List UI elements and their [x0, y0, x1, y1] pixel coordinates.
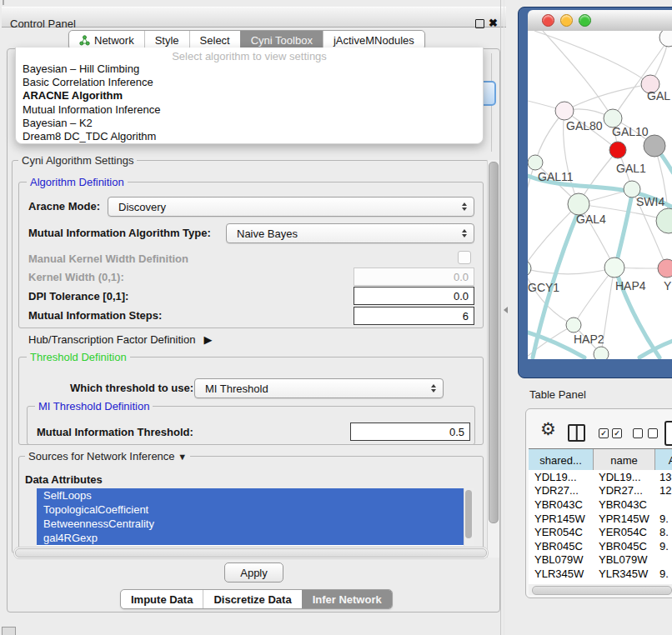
mi-threshold-field[interactable]: 0.5 — [350, 422, 470, 441]
network-edge-highlighted[interactable] — [615, 194, 632, 268]
network-edge[interactable] — [528, 268, 614, 274]
network-node-salmon[interactable] — [658, 259, 672, 278]
table-row[interactable]: YBL079WYBL079W — [529, 553, 672, 568]
column-header-a[interactable]: A — [655, 449, 672, 471]
table-hscrollbar-thumb[interactable] — [532, 586, 672, 595]
algorithm-option-mutual-information-inference[interactable]: Mutual Information Inference — [20, 103, 479, 117]
network-node-hap4[interactable] — [604, 258, 624, 278]
apply-button[interactable]: Apply — [224, 562, 283, 582]
network-icon — [79, 35, 90, 46]
float-window-icon[interactable] — [475, 19, 484, 28]
tab-impute-data[interactable]: Impute Data — [121, 590, 203, 608]
network-edge[interactable] — [613, 39, 669, 118]
network-window-titlebar[interactable] — [528, 10, 672, 32]
network-node-hap2[interactable] — [566, 318, 581, 332]
network-edge[interactable] — [574, 268, 614, 325]
table-header-row: shared...nameA — [529, 448, 672, 472]
attributes-scrollbar-thumb[interactable] — [465, 490, 472, 538]
algorithm-option-aracne-algorithm[interactable]: ARACNE Algorithm — [20, 89, 479, 102]
aracne-mode-combo[interactable]: Discovery — [108, 197, 474, 217]
network-edge[interactable] — [534, 31, 650, 84]
table-row[interactable]: YLR345WYLR345W9. — [529, 567, 672, 581]
window-grip-icon[interactable] — [2, 627, 16, 635]
table-cell: 9. — [654, 540, 672, 552]
dpi-tolerance-label: DPI Tolerance [0,1]: — [28, 290, 128, 302]
tab-label: Impute Data — [131, 593, 193, 606]
tab-label: jActiveMNodules — [333, 34, 414, 47]
attribute-item-gal4rgexp[interactable]: gal4RGexp — [37, 531, 464, 545]
table-cell: 8. — [654, 526, 672, 538]
table-cell: YBL079W — [593, 553, 654, 566]
table-row[interactable]: YPR145WYPR145W9. — [529, 512, 672, 526]
table-cell: YLR345W — [529, 568, 593, 580]
kernel-width-field: 0.0 — [354, 268, 474, 286]
checked-checkbox-icon[interactable]: ✓ — [599, 428, 609, 438]
table-row[interactable]: YBR045CYBR045C9. — [529, 539, 672, 553]
minimize-window-icon[interactable] — [560, 14, 573, 27]
tab-infer-network[interactable]: Infer Network — [302, 590, 392, 608]
network-node-unlabeled-bottom[interactable] — [594, 347, 609, 359]
dropdown-prompt: Select algorithm to view settings — [16, 50, 483, 62]
network-edge[interactable] — [564, 84, 650, 111]
tab-cyni-toolbox[interactable]: Cyni Toolbox — [240, 31, 323, 49]
splitter-collapse-icon[interactable] — [504, 307, 508, 313]
unchecked-checkbox-icon[interactable] — [648, 428, 658, 438]
panel-splitter[interactable] — [500, 0, 504, 635]
attribute-item-betweennesscentrality[interactable]: BetweennessCentrality — [37, 517, 464, 531]
mi-steps-field[interactable]: 6 — [354, 307, 474, 325]
algorithm-option-dream8-dc-tdc-algorithm[interactable]: Dream8 DC_TDC Algorithm — [20, 130, 479, 143]
collapse-down-icon[interactable]: ▼ — [178, 452, 187, 462]
settings-hscrollbar-thumb[interactable] — [15, 548, 487, 558]
zoom-window-icon[interactable] — [579, 14, 591, 27]
network-edge[interactable] — [528, 204, 579, 268]
dpi-tolerance-field[interactable]: 0.0 — [354, 287, 474, 305]
mi-type-combo[interactable]: Naive Bayes — [226, 223, 474, 243]
network-node-gal11[interactable] — [528, 155, 543, 170]
network-node-gal1[interactable] — [609, 142, 626, 158]
which-threshold-combo[interactable]: MI Threshold — [194, 378, 444, 398]
network-node-gal80[interactable] — [555, 102, 574, 120]
tab-select[interactable]: Select — [189, 31, 240, 49]
network-canvas[interactable]: GALGAL80GAL10GAL1GAL11SWI4GAL4GCY1HAP4YH… — [528, 31, 672, 359]
network-node-big-right[interactable] — [656, 208, 672, 233]
table-cell: 9. — [654, 568, 672, 580]
table-cell: YBR045C — [593, 540, 654, 552]
threshold-definition-title: Threshold Definition — [27, 351, 130, 363]
algorithm-dropdown-popup: Select algorithm to view settings Bayesi… — [15, 48, 484, 144]
column-header-shared[interactable]: shared... — [529, 449, 594, 471]
network-canvas-svg: GALGAL80GAL10GAL1GAL11SWI4GAL4GCY1HAP4YH… — [528, 31, 672, 359]
unchecked-checkbox-icon[interactable] — [633, 428, 643, 438]
network-edge[interactable] — [543, 31, 613, 118]
algorithm-option-bayesian-k2[interactable]: Bayesian – K2 — [20, 117, 479, 130]
table-row[interactable]: YBR043CYBR043C — [529, 498, 672, 512]
clipped-toolbar-icon[interactable] — [664, 421, 672, 446]
network-node-gcy1[interactable] — [528, 260, 531, 277]
tab-style[interactable]: Style — [144, 31, 189, 49]
tab-network[interactable]: Network — [69, 31, 144, 49]
table-cell: YLR345W — [593, 568, 654, 580]
table-body: YDL19...YDL19...13YDR27...YDR27...12YBR0… — [529, 470, 672, 584]
hub-section-toggle[interactable]: Hub/Transcription Factor Definition▶ — [28, 333, 212, 346]
table-row[interactable]: YDL19...YDL19...13 — [529, 470, 672, 484]
settings-vscrollbar-thumb[interactable] — [489, 162, 499, 523]
tab-label: Infer Network — [313, 593, 382, 606]
tab-jactivemnodules[interactable]: jActiveMNodules — [323, 31, 424, 49]
tab-discretize-data[interactable]: Discretize Data — [203, 590, 301, 608]
algorithm-option-basic-correlation-inference[interactable]: Basic Correlation Inference — [20, 76, 479, 89]
gear-icon[interactable]: ⚙ — [540, 420, 556, 438]
table-row[interactable]: YDR27...YDR27...12 — [529, 484, 672, 498]
column-header-name[interactable]: name — [594, 449, 655, 471]
window-edge-notch — [3, 0, 4, 5]
algorithm-definition-title: Algorithm Definition — [27, 176, 128, 188]
algorithm-option-bayesian-hill-climbing[interactable]: Bayesian – Hill Climbing — [20, 62, 479, 76]
checked-checkbox-icon[interactable]: ✓ — [612, 428, 622, 438]
manual-kernel-checkbox[interactable] — [458, 251, 471, 264]
table-row[interactable]: YER054CYER054C8. — [529, 525, 672, 539]
attribute-item-selfloops[interactable]: SelfLoops — [37, 488, 464, 502]
close-window-icon[interactable] — [542, 14, 554, 27]
close-icon[interactable]: ✖ — [489, 17, 498, 30]
network-node-unlabeled-top[interactable] — [659, 31, 672, 47]
attribute-item-topologicalcoefficient[interactable]: TopologicalCoefficient — [37, 502, 464, 517]
expand-right-icon[interactable]: ▶ — [203, 333, 212, 346]
split-columns-icon[interactable] — [568, 424, 585, 442]
